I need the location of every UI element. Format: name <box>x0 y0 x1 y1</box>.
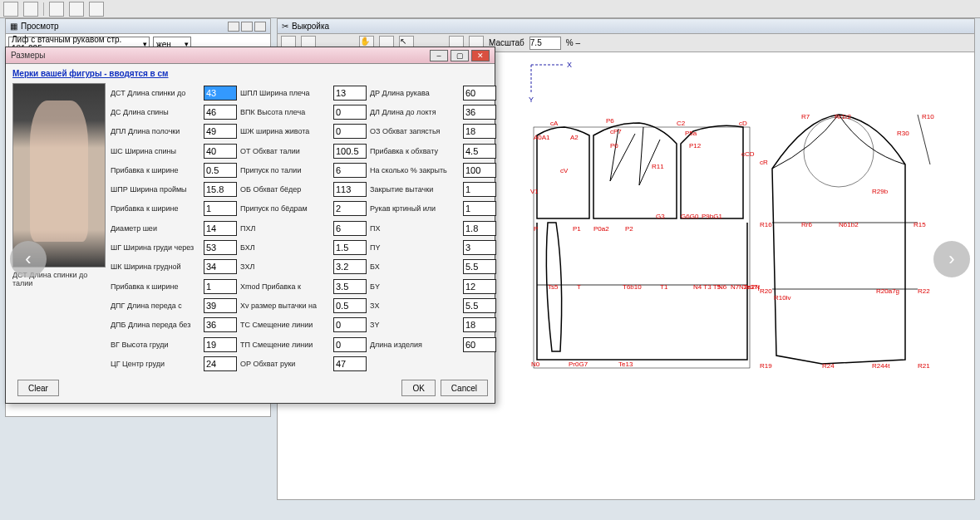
measurement-input[interactable] <box>463 182 496 197</box>
measurement-input[interactable] <box>204 221 237 236</box>
next-image-button[interactable]: › <box>933 241 970 277</box>
measurement-input[interactable] <box>204 317 237 332</box>
dialog-minimize-button[interactable]: – <box>430 50 448 61</box>
measurement-row: ШГ Ширина груди через <box>111 238 237 257</box>
measurement-label: Прибавка к ширине <box>111 204 204 213</box>
measurement-input[interactable] <box>333 182 367 197</box>
measurement-input[interactable] <box>333 201 367 216</box>
measurement-input[interactable] <box>333 298 367 313</box>
measurement-input[interactable] <box>463 124 496 139</box>
measurement-input[interactable] <box>463 259 496 274</box>
measurements-help-link[interactable]: Мерки вашей фигуры - вводятся в см <box>12 69 169 78</box>
measurement-row: ВГ Высота груди <box>111 335 237 354</box>
measurement-row: ШПР Ширина проймы <box>111 179 237 199</box>
measurement-label: Диаметр шеи <box>111 224 204 233</box>
tool-button[interactable] <box>3 2 18 17</box>
svg-text:cA: cA <box>550 120 559 127</box>
svg-text:Pr0G7: Pr0G7 <box>569 361 588 368</box>
measurement-label: ДР Длина рукава <box>370 89 463 97</box>
measurement-row: ДСТ Длина спинки до <box>111 83 237 102</box>
measurement-label: ПХ <box>370 224 463 233</box>
measurement-input[interactable] <box>204 298 237 313</box>
scale-input[interactable] <box>529 37 561 50</box>
measurement-input[interactable] <box>204 337 237 352</box>
measurement-input[interactable] <box>333 337 367 352</box>
clear-button[interactable]: Clear <box>17 380 59 396</box>
svg-text:G3: G3 <box>656 213 665 220</box>
measurement-label: Прибавка к обхвату <box>370 147 463 155</box>
measurement-input[interactable] <box>204 144 237 159</box>
tool-button[interactable] <box>69 2 84 17</box>
measurement-input[interactable] <box>463 163 496 178</box>
measurement-input[interactable] <box>204 86 237 101</box>
measurement-input[interactable] <box>204 182 237 197</box>
measurements-dialog: Размеры – ▢ ✕ Мерки вашей фигуры - вводя… <box>5 47 495 404</box>
measurement-input[interactable] <box>204 240 237 255</box>
measurements-column-1: ДСТ Длина спинки доДС Длина спиныДПЛ Дли… <box>111 83 237 373</box>
measurement-input[interactable] <box>204 163 237 178</box>
measurement-label: ШПР Ширина проймы <box>111 185 204 194</box>
measurement-input[interactable] <box>333 259 367 274</box>
measurement-label: ОР Обхват руки <box>240 360 333 368</box>
tool-button[interactable] <box>49 2 64 17</box>
svg-text:cCD: cCD <box>741 150 755 158</box>
pattern-panel-title: ✂ Выкройка <box>278 19 974 34</box>
measurement-input[interactable] <box>333 144 367 159</box>
svg-text:N6: N6 <box>718 283 727 291</box>
dialog-close-button[interactable]: ✕ <box>471 50 490 61</box>
measurement-input[interactable] <box>463 317 496 332</box>
pattern-panel-label: Выкройка <box>292 19 329 34</box>
measurement-input[interactable] <box>204 124 237 139</box>
close-icon[interactable] <box>254 22 266 32</box>
measurement-row: ШС Ширина спины <box>111 141 237 160</box>
cancel-button[interactable]: Cancel <box>441 380 488 396</box>
svg-text:R244t: R244t <box>872 362 890 370</box>
measurement-input[interactable] <box>463 221 496 236</box>
measurement-input[interactable] <box>333 86 367 101</box>
prev-image-button[interactable]: ‹ <box>10 241 47 277</box>
measurement-input[interactable] <box>204 279 237 294</box>
measurement-input[interactable] <box>333 317 367 332</box>
measurement-row: Диаметр шеи <box>111 218 237 238</box>
measurement-input[interactable] <box>463 144 496 159</box>
dialog-title-text: Размеры <box>11 51 430 60</box>
measurement-input[interactable] <box>463 337 496 352</box>
measurement-input[interactable] <box>463 86 496 101</box>
measurement-label: ДПГ Длина переда с <box>111 302 204 310</box>
dialog-maximize-button[interactable]: ▢ <box>451 50 469 61</box>
minimize-icon[interactable] <box>228 22 239 32</box>
measurement-row: БХ <box>370 258 496 277</box>
measurement-input[interactable] <box>463 298 496 313</box>
svg-text:Rr1r2: Rr1r2 <box>835 113 852 120</box>
measurement-input[interactable] <box>463 240 496 255</box>
svg-text:R19: R19 <box>760 362 772 370</box>
svg-text:cP7: cP7 <box>610 128 622 135</box>
measurement-input[interactable] <box>333 279 367 294</box>
measurement-input[interactable] <box>204 356 237 371</box>
measurement-input[interactable] <box>333 163 367 178</box>
svg-text:C2: C2 <box>677 120 686 127</box>
svg-text:R30: R30 <box>897 130 909 137</box>
ok-button[interactable]: OK <box>401 380 435 396</box>
measurement-input[interactable] <box>204 259 237 274</box>
measurement-input[interactable] <box>333 105 367 120</box>
measurement-row: БY <box>370 277 496 296</box>
svg-text:P2: P2 <box>625 225 633 233</box>
maximize-icon[interactable] <box>241 22 253 32</box>
measurement-input[interactable] <box>333 221 367 236</box>
measurement-input[interactable] <box>463 279 496 294</box>
measurement-label: ОТ Обхват талии <box>240 147 333 155</box>
measurement-input[interactable] <box>463 201 496 216</box>
measurement-input[interactable] <box>463 105 496 120</box>
measurement-input[interactable] <box>204 105 237 120</box>
measurement-input[interactable] <box>204 201 237 216</box>
measurement-input[interactable] <box>333 124 367 139</box>
svg-text:R20: R20 <box>760 287 772 295</box>
svg-text:Y: Y <box>529 96 534 104</box>
tool-button[interactable] <box>23 2 38 17</box>
tool-button[interactable] <box>89 2 104 17</box>
measurement-input[interactable] <box>333 356 367 371</box>
measurement-row: ЗY <box>370 316 496 335</box>
dialog-title-bar[interactable]: Размеры – ▢ ✕ <box>6 47 495 64</box>
measurement-input[interactable] <box>333 240 367 255</box>
